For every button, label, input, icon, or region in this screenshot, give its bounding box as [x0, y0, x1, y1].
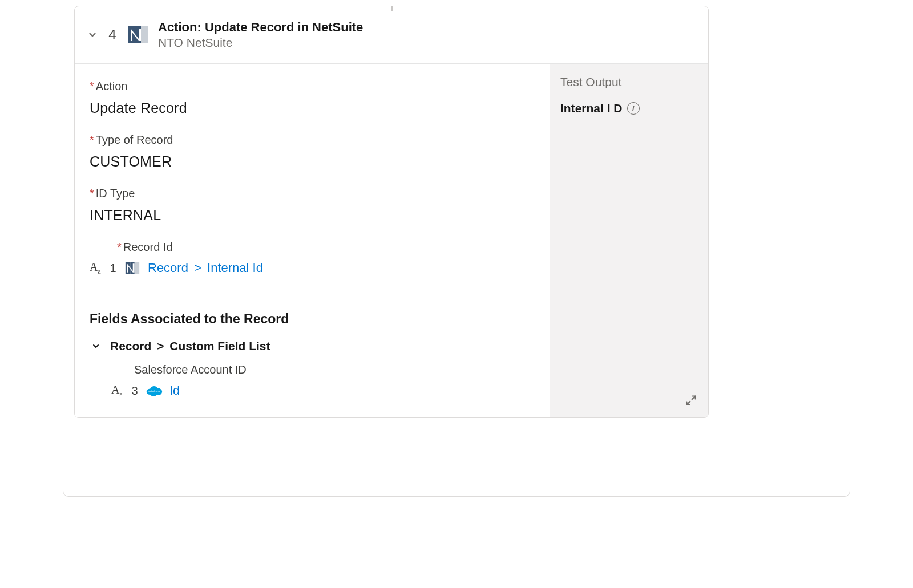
chevron-down-icon[interactable]: [90, 340, 102, 352]
netsuite-icon: [124, 259, 141, 277]
text-type-icon: Aa: [90, 261, 102, 276]
info-icon[interactable]: i: [627, 102, 640, 115]
field-label: Action: [96, 80, 128, 92]
field-action: *Action Update Record: [90, 80, 535, 116]
pill-salesforce-id[interactable]: Id: [169, 383, 180, 398]
section-heading: Fields Associated to the Record: [90, 311, 535, 327]
action-title: Action: Update Record in NetSuite: [158, 20, 363, 35]
pill-ref-step: 3: [131, 384, 139, 398]
card-header[interactable]: 4 Action: Update Record in NetSuite NTO …: [75, 6, 708, 64]
field-value: Update Record: [90, 100, 535, 116]
action-config-panel: *Action Update Record *Type of Record CU…: [75, 64, 550, 417]
field-label: ID Type: [96, 187, 135, 200]
field-label: Salesforce Account ID: [134, 363, 535, 376]
field-id-type: *ID Type INTERNAL: [90, 187, 535, 224]
salesforce-icon: salesforce: [146, 382, 163, 399]
field-type-of-record: *Type of Record CUSTOMER: [90, 133, 535, 170]
connector-line: [391, 6, 393, 11]
test-output-field-label: Internal I D i: [560, 102, 698, 115]
step-number: 4: [107, 27, 118, 43]
action-subtitle: NTO NetSuite: [158, 36, 363, 50]
text-type-icon: Aa: [111, 383, 124, 399]
pill-record-internal-id[interactable]: Record > Internal Id: [148, 261, 263, 275]
expand-icon[interactable]: [684, 394, 698, 407]
field-record-id: *Record Id Aa 1: [90, 241, 535, 277]
test-output-panel: Test Output Internal I D i _: [550, 64, 708, 417]
chevron-down-icon[interactable]: [86, 29, 99, 41]
netsuite-icon: [126, 23, 150, 47]
custom-field-list-toggle[interactable]: Record > Custom Field List: [90, 339, 535, 353]
field-label: Record Id: [123, 241, 173, 253]
test-output-title: Test Output: [560, 75, 698, 89]
action-step-card: 4 Action: Update Record in NetSuite NTO …: [74, 6, 709, 418]
svg-text:salesforce: salesforce: [148, 390, 160, 393]
field-value: CUSTOMER: [90, 153, 535, 170]
test-output-value: _: [560, 122, 698, 137]
pill-ref-step: 1: [109, 262, 117, 275]
divider: [75, 294, 550, 294]
field-value: INTERNAL: [90, 207, 535, 224]
field-label: Type of Record: [96, 133, 173, 146]
